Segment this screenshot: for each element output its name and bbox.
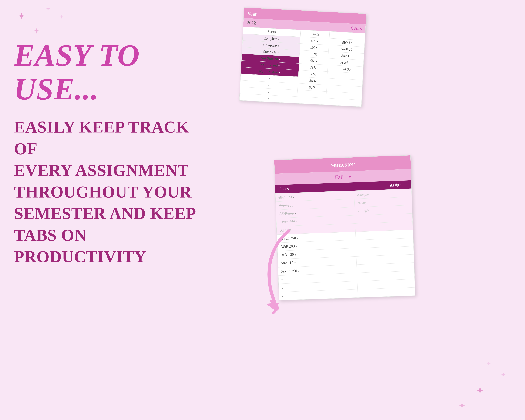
top-spreadsheet: Year 2022 Cours Status Grade Complete ▾ … [239, 7, 366, 107]
subtitle-line-1: Easily keep track of [14, 116, 206, 160]
left-text-section: Easy to use... Easily keep track of ever… [14, 38, 206, 268]
sparkle-2: ✦ [46, 5, 51, 12]
subtitle: Easily keep track of every assignment th… [14, 116, 206, 268]
semester-dropdown-arrow[interactable]: ▾ [349, 174, 351, 179]
sparkle-4: ✦ [59, 14, 64, 20]
arrow-graphic [254, 227, 306, 315]
assignment-cell [357, 287, 415, 298]
subtitle-line-5: tabs on productivity [14, 224, 206, 268]
sparkle-1: ✦ [18, 10, 26, 22]
sparkle-5: ✦ [476, 385, 484, 396]
grade-cell [297, 97, 326, 105]
sparkle-6: ✦ [500, 371, 506, 379]
sparkle-3: ✦ [33, 26, 40, 36]
main-title: Easy to use... [14, 38, 206, 106]
subtitle-line-3: throughout your [14, 181, 206, 203]
subtitle-line-2: every assignment [14, 160, 206, 181]
top-ss-table: Status Grade Complete ▾ 97% BIO 12 Compl… [239, 27, 365, 107]
sparkle-7: ✦ [459, 401, 466, 411]
subtitle-line-4: semester and keep [14, 203, 206, 224]
sparkle-8: ✦ [487, 361, 491, 367]
